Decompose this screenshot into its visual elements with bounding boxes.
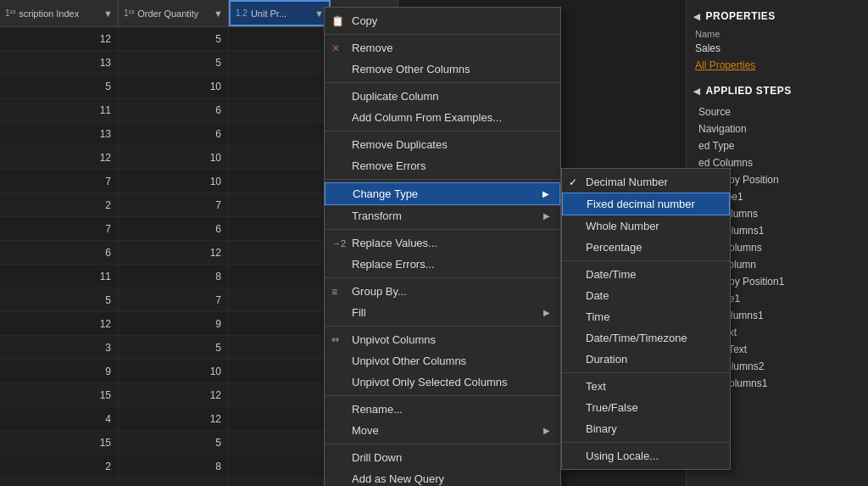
col-header-unitpr[interactable]: 1.2 Unit Pr... ▼	[229, 0, 331, 26]
menu-item-group-by[interactable]: ≡ Group By...	[325, 281, 560, 302]
menu-item-remove-other[interactable]: Remove Other Columns	[325, 59, 560, 80]
menu-item-duplicate[interactable]: Duplicate Column	[325, 86, 560, 107]
cell: 4	[0, 407, 119, 430]
check-icon: ✓	[569, 176, 577, 188]
cell	[229, 336, 331, 359]
menu-separator	[325, 34, 560, 35]
cell: 10	[119, 360, 229, 383]
menu-item-move[interactable]: Move ▶	[325, 420, 560, 441]
menu-item-add-new-query[interactable]: Add as New Query	[325, 468, 560, 486]
filter-btn-qty[interactable]: ▼	[214, 8, 223, 19]
menu-separator	[325, 131, 560, 131]
table-row: 510	[0, 75, 331, 98]
data-table: 1²³ scription Index ▼ 1²³ Order Quantity…	[0, 0, 331, 486]
submenu-date[interactable]: Date	[562, 285, 730, 306]
cell: 12	[119, 241, 229, 264]
cell: 12	[119, 407, 229, 430]
table-row: 57	[0, 288, 331, 312]
table-row: 129	[0, 312, 331, 336]
table-row: 710	[0, 170, 331, 193]
cell	[229, 478, 331, 486]
table-row: 118	[0, 265, 331, 288]
submenu-datetime[interactable]: Date/Time	[562, 264, 730, 285]
menu-separator	[325, 277, 560, 278]
step-item[interactable]: Navigation	[687, 120, 868, 137]
step-item[interactable]: ed Type	[687, 137, 868, 154]
menu-item-unpivot[interactable]: ⇔ Unpivot Columns	[325, 329, 560, 350]
cell: 5	[119, 51, 229, 74]
menu-item-drill-down[interactable]: Drill Down	[325, 447, 560, 468]
cell: 5	[119, 336, 229, 359]
unpivot-icon: ⇔	[331, 334, 339, 345]
submenu-text[interactable]: Text	[562, 376, 730, 397]
cell: 5	[119, 27, 229, 50]
submenu-decimal-number[interactable]: ✓ Decimal Number	[562, 171, 730, 193]
menu-separator	[325, 229, 560, 230]
col-header-index[interactable]: 1²³ scription Index ▼	[0, 0, 119, 26]
submenu-duration[interactable]: Duration	[562, 349, 730, 370]
menu-separator	[325, 82, 560, 83]
cell: 10	[119, 75, 229, 98]
table-row: 116	[0, 98, 331, 122]
menu-item-remove-errors[interactable]: Remove Errors	[325, 155, 560, 176]
table-row: 1210	[0, 146, 331, 170]
applied-steps-header: ◀ APPLIED STEPS	[687, 81, 868, 100]
cell: 12	[0, 27, 119, 50]
table-row: 155	[0, 431, 331, 455]
submenu-datetimezone[interactable]: Date/Time/Timezone	[562, 327, 730, 349]
menu-item-rename[interactable]: Rename...	[325, 399, 560, 420]
context-menu: 📋 Copy ✕ Remove Remove Other Columns Dup…	[324, 7, 561, 486]
table-row: 910	[0, 360, 331, 383]
submenu-fixed-decimal[interactable]: Fixed decimal number	[562, 193, 730, 215]
name-label: Name	[687, 25, 868, 41]
table-row: 125	[0, 27, 331, 51]
submenu-whole-number[interactable]: Whole Number	[562, 215, 730, 237]
menu-item-replace-values[interactable]: →2 Replace Values...	[325, 232, 560, 254]
submenu-percentage[interactable]: Percentage	[562, 237, 730, 258]
table-row: 136	[0, 122, 331, 146]
cell: 5	[119, 431, 229, 454]
filter-btn-index[interactable]: ▼	[103, 8, 113, 19]
cell	[229, 312, 331, 335]
table-row: 76	[0, 217, 331, 241]
step-item[interactable]: Source	[687, 103, 868, 120]
cell	[229, 170, 331, 193]
menu-item-replace-errors[interactable]: Replace Errors...	[325, 254, 560, 275]
table-header: 1²³ scription Index ▼ 1²³ Order Quantity…	[0, 0, 331, 27]
menu-item-unpivot-selected[interactable]: Unpivot Only Selected Columns	[325, 371, 560, 393]
col-label-unitpr: Unit Pr...	[251, 8, 287, 19]
cell: 7	[0, 217, 119, 240]
cell: 6	[0, 241, 119, 264]
menu-separator	[325, 395, 560, 396]
menu-item-fill[interactable]: Fill ▶	[325, 302, 560, 323]
menu-item-transform[interactable]: Transform ▶	[325, 205, 560, 226]
menu-item-add-from-examples[interactable]: Add Column From Examples...	[325, 107, 560, 128]
submenu-binary[interactable]: Binary	[562, 418, 730, 439]
type-icon-qty: 1²³	[124, 8, 134, 18]
replace-icon: →2	[331, 238, 346, 249]
cell: 2	[0, 193, 119, 216]
cell	[229, 360, 331, 383]
menu-item-change-type[interactable]: Change Type ▶	[325, 182, 560, 205]
submenu-using-locale[interactable]: Using Locale...	[562, 445, 730, 466]
table-row: 1512	[0, 383, 331, 407]
arrow-icon-3: ▶	[543, 308, 550, 317]
remove-icon: ✕	[331, 42, 340, 54]
filter-btn-unitpr[interactable]: ▼	[314, 8, 324, 19]
submenu-truefalse[interactable]: True/False	[562, 397, 730, 418]
menu-item-unpivot-other[interactable]: Unpivot Other Columns	[325, 350, 560, 371]
col-header-qty[interactable]: 1²³ Order Quantity ▼	[119, 0, 229, 26]
arrow-icon-4: ▶	[543, 426, 550, 435]
arrow-icon-2: ▶	[543, 211, 550, 221]
submenu-time[interactable]: Time	[562, 306, 730, 327]
cell: 5	[0, 288, 119, 311]
all-properties-link[interactable]: All Properties	[687, 58, 868, 78]
cell: 9	[0, 360, 119, 383]
menu-item-remove[interactable]: ✕ Remove	[325, 37, 560, 59]
menu-item-copy[interactable]: 📋 Copy	[325, 10, 560, 31]
properties-header: ◀ PROPERTIES	[687, 7, 868, 25]
cell: 15	[0, 383, 119, 406]
menu-item-remove-dupes[interactable]: Remove Duplicates	[325, 134, 560, 155]
cell	[229, 241, 331, 264]
cell: 13	[0, 122, 119, 145]
